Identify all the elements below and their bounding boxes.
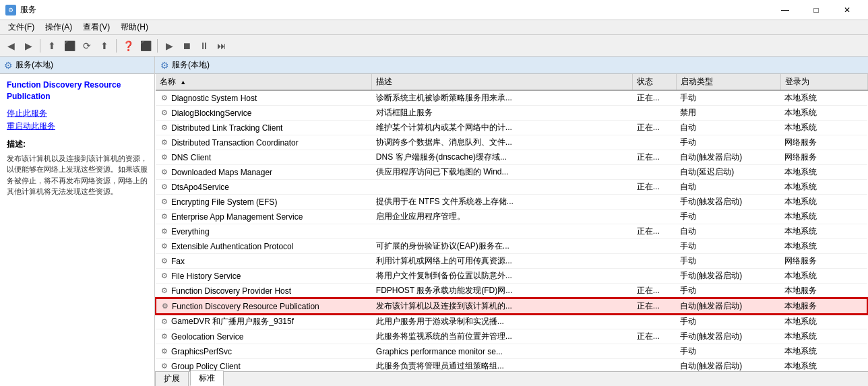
col-header-login[interactable]: 登录为 [780,74,867,90]
table-row[interactable]: ⚙ Geolocation Service 此服务将监视系统的当前位置并管理..… [156,329,867,344]
service-startup-cell: 自动 [676,224,780,239]
service-name: Distributed Link Tracking Client [171,123,282,133]
menu-help[interactable]: 帮助(H) [115,20,154,34]
maximize-button[interactable]: □ [801,0,832,20]
service-desc-cell: DNS 客户端服务(dnscache)缓存域... [372,150,633,165]
properties-button[interactable]: ⬛ [137,38,154,54]
service-icon: ⚙ [160,362,169,371]
table-row[interactable]: ⚙ Diagnostic System Host 诊断系统主机被诊断策略服务用来… [156,90,867,106]
table-row[interactable]: ⚙ Group Policy Client 此服务负责将管理员通过组策略组...… [156,359,867,372]
refresh-button[interactable]: ⟳ [79,38,95,54]
service-status-cell [633,359,676,372]
service-startup-cell: 自动 [676,180,780,195]
service-icon: ⚙ [160,271,169,281]
close-button[interactable]: ✕ [832,0,863,20]
service-status-cell: 正在... [633,150,676,165]
table-row[interactable]: ⚙ GraphicsPerfSvc Graphics performance m… [156,344,867,359]
menu-view[interactable]: 查看(V) [78,20,115,34]
table-row[interactable]: ⚙ Distributed Link Tracking Client 维护某个计… [156,121,867,135]
service-icon: ⚙ [160,94,169,103]
forward-button[interactable]: ▶ [20,38,36,54]
service-name-cell: ⚙ Everything [156,224,372,239]
selected-service-title: Function Discovery Resource Publication [7,79,148,102]
services-table: 名称 ▲ 描述 状态 启动类型 登录为 [155,74,868,371]
service-name-cell: ⚙ Extensible Authentication Protocol [156,239,372,254]
service-desc-cell [372,180,633,195]
service-name-cell: ⚙ DtsApo4Service [156,180,372,195]
service-startup-cell: 自动(触发器启动) [676,359,780,372]
help-button[interactable]: ❓ [120,38,136,54]
service-icon: ⚙ [160,153,169,162]
table-row[interactable]: ⚙ File History Service 将用户文件复制到备份位置以防意外.… [156,269,867,284]
show-hide-button[interactable]: ⬛ [61,38,78,54]
table-row[interactable]: ⚙ Extensible Authentication Protocol 可扩展… [156,239,867,254]
service-name: Diagnostic System Host [171,94,257,103]
back-button[interactable]: ◀ [3,38,19,54]
table-row[interactable]: ⚙ Everything 正在... 自动 本地系统 [156,224,867,239]
service-name-cell: ⚙ Distributed Link Tracking Client [156,121,372,135]
minimize-button[interactable]: — [770,0,801,20]
service-desc-cell: 提供用于在 NTFS 文件系统卷上存储... [372,195,633,210]
service-name: Encrypting File System (EFS) [171,197,277,207]
service-name: File History Service [171,271,241,281]
service-desc-cell: 此用户服务用于游戏录制和实况播... [372,314,633,329]
col-header-desc[interactable]: 描述 [372,74,633,90]
restart-button[interactable]: ⏭ [214,38,230,54]
service-name-cell: ⚙ Distributed Transaction Coordinator [156,135,372,150]
restart-service-link[interactable]: 重启动此服务 [7,121,148,132]
service-login-cell: 本地系统 [780,195,867,210]
table-row[interactable]: ⚙ Function Discovery Provider Host FDPHO… [156,284,867,299]
table-row[interactable]: ⚙ Encrypting File System (EFS) 提供用于在 NTF… [156,195,867,210]
service-startup-cell: 自动 [676,121,780,135]
menu-file[interactable]: 文件(F) [3,20,40,34]
table-row[interactable]: ⚙ Fax 利用计算机或网络上的可用传真资源... 手动 网络服务 [156,254,867,269]
service-status-cell [633,344,676,359]
service-login-cell: 本地系统 [780,106,867,121]
description-label: 描述: [7,139,148,150]
table-row[interactable]: ⚙ DtsApo4Service 正在... 自动 本地系统 [156,180,867,195]
col-header-name[interactable]: 名称 ▲ [156,74,372,90]
table-row[interactable]: ⚙ Distributed Transaction Coordinator 协调… [156,135,867,150]
col-header-startup[interactable]: 启动类型 [676,74,780,90]
pause-button[interactable]: ⏸ [196,38,212,54]
export-button[interactable]: ⬆ [96,38,113,54]
service-login-cell: 网络服务 [780,135,867,150]
table-row[interactable]: ⚙ GameDVR 和广播用户服务_9315f 此用户服务用于游戏录制和实况播.… [156,314,867,329]
service-startup-cell: 手动(触发器启动) [676,195,780,210]
service-startup-cell: 手动 [676,210,780,224]
table-row[interactable]: ⚙ Enterprise App Management Service 启用企业… [156,210,867,224]
start-button[interactable]: ▶ [161,38,177,54]
service-login-cell: 本地系统 [780,329,867,344]
toolbar-separator-3 [157,39,158,53]
service-desc-cell [372,224,633,239]
service-name: GameDVR 和广播用户服务_9315f [171,316,294,327]
table-row[interactable]: ⚙ Function Discovery Resource Publicatio… [156,298,867,314]
tab-expand[interactable]: 扩展 [155,371,189,386]
service-icon: ⚙ [160,183,169,192]
stop-button[interactable]: ⏹ [179,38,195,54]
tab-standard[interactable]: 标准 [190,371,224,386]
service-icon: ⚙ [160,227,169,236]
service-desc-cell: 对话框阻止服务 [372,106,633,121]
services-table-container[interactable]: 名称 ▲ 描述 状态 启动类型 登录为 [155,74,868,371]
service-name-cell: ⚙ Enterprise App Management Service [156,210,372,224]
service-startup-cell: 手动(触发器启动) [676,329,780,344]
service-login-cell: 网络服务 [780,150,867,165]
service-name: DtsApo4Service [171,183,229,192]
table-row[interactable]: ⚙ DialogBlockingService 对话框阻止服务 禁用 本地系统 [156,106,867,121]
service-status-cell: 正在... [633,298,676,314]
col-header-status[interactable]: 状态 [633,74,676,90]
service-name-cell: ⚙ Function Discovery Resource Publicatio… [156,298,372,314]
service-startup-cell: 自动(触发器启动) [676,298,780,314]
service-icon: ⚙ [160,286,169,296]
menu-action[interactable]: 操作(A) [40,20,78,34]
stop-service-link[interactable]: 停止此服务 [7,108,148,119]
up-button[interactable]: ⬆ [44,38,60,54]
toolbar: ◀ ▶ ⬆ ⬛ ⟳ ⬆ ❓ ⬛ ▶ ⏹ ⏸ ⏭ [0,35,868,57]
service-desc-cell: 发布该计算机以及连接到该计算机的... [372,298,633,314]
service-startup-cell: 手动 [676,239,780,254]
service-startup-cell: 手动 [676,254,780,269]
table-row[interactable]: ⚙ Downloaded Maps Manager 供应用程序访问已下载地图的 … [156,165,867,180]
service-login-cell: 本地系统 [780,224,867,239]
table-row[interactable]: ⚙ DNS Client DNS 客户端服务(dnscache)缓存域... 正… [156,150,867,165]
